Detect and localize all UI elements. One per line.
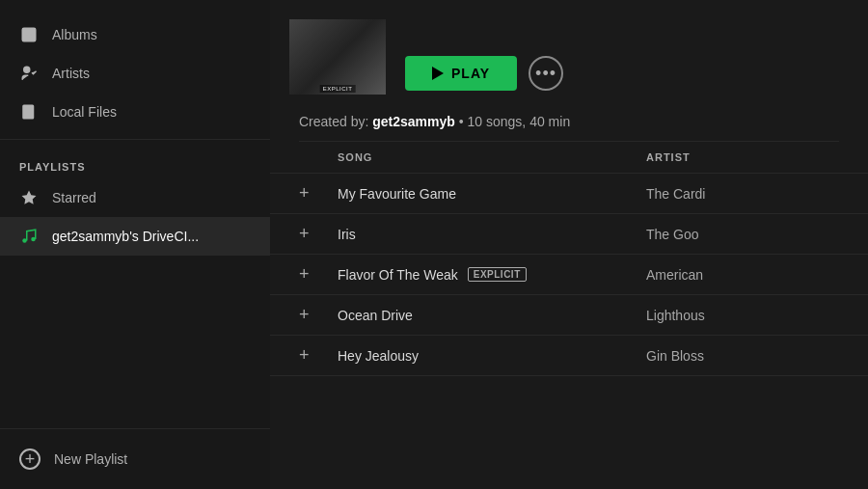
sidebar-item-albums[interactable]: Albums (0, 15, 270, 54)
explicit-badge: EXPLICIT (468, 267, 527, 282)
new-playlist-label: New Playlist (54, 451, 127, 467)
sidebar-item-starred[interactable]: Starred (0, 178, 270, 217)
svg-marker-8 (22, 191, 37, 204)
playlists-section-label: PLAYLISTS (0, 148, 270, 178)
play-button[interactable]: PLAY (405, 56, 517, 91)
song-list-header: SONG ARTIST (270, 142, 868, 174)
song-title-text: Flavor Of The Weak (338, 267, 458, 283)
table-row[interactable]: +Hey JealousyGin Bloss (270, 336, 868, 376)
meta-prefix: Created by: (299, 114, 368, 129)
note-icon (19, 227, 39, 246)
sidebar-item-label: Starred (52, 190, 96, 205)
song-title-text: My Favourite Game (338, 186, 456, 202)
sidebar-item-label: Artists (52, 66, 90, 81)
song-artist: The Goo (646, 227, 839, 242)
song-artist: Gin Bloss (646, 348, 839, 364)
sidebar-bottom: + New Playlist (0, 428, 270, 489)
song-title: Hey Jealousy (338, 348, 646, 364)
add-song-button[interactable]: + (299, 183, 338, 204)
album-header: PLAY ••• (270, 0, 868, 110)
song-list: +My Favourite GameThe Cardi+IrisThe Goo+… (270, 174, 868, 376)
song-title: Ocean Drive (338, 308, 646, 323)
sidebar-divider (0, 139, 270, 140)
plus-circle-icon: + (19, 448, 41, 470)
sidebar-item-local-files[interactable]: Local Files (0, 93, 270, 131)
song-title: My Favourite Game (338, 186, 646, 202)
more-options-button[interactable]: ••• (529, 56, 563, 91)
sidebar-item-get2sammyb[interactable]: get2sammyb's DriveCI... (0, 217, 270, 256)
sidebar-item-artists[interactable]: Artists (0, 54, 270, 93)
artist-icon (19, 64, 39, 83)
sidebar-item-label: Local Files (52, 104, 117, 120)
song-title: Iris (338, 227, 646, 242)
add-song-button[interactable]: + (299, 224, 338, 244)
table-row[interactable]: +My Favourite GameThe Cardi (270, 174, 868, 214)
table-row[interactable]: +Flavor Of The WeakEXPLICITAmerican (270, 255, 868, 295)
svg-point-10 (31, 237, 36, 242)
song-title-text: Hey Jealousy (338, 348, 419, 364)
header-song-col: SONG (338, 151, 646, 163)
header-controls: PLAY ••• (405, 56, 563, 91)
song-title-text: Ocean Drive (338, 308, 413, 323)
meta-details: • 10 songs, 40 min (459, 114, 570, 129)
add-song-button[interactable]: + (299, 345, 338, 366)
add-song-button[interactable]: + (299, 305, 338, 325)
album-art (289, 19, 386, 95)
local-files-icon (19, 102, 39, 122)
song-artist: The Cardi (646, 186, 839, 202)
sidebar: Albums Artists Local File (0, 0, 270, 489)
main-content: PLAY ••• Created by: get2sammyb • 10 son… (270, 0, 868, 489)
svg-point-3 (24, 67, 30, 72)
play-button-label: PLAY (451, 66, 490, 81)
album-icon (19, 25, 39, 44)
meta-creator: get2sammyb (372, 114, 455, 129)
sidebar-item-label: get2sammyb's DriveCI... (52, 229, 199, 244)
header-add-col (299, 151, 338, 163)
song-title-text: Iris (338, 227, 356, 242)
new-playlist-button[interactable]: + New Playlist (0, 439, 270, 479)
playlist-meta: Created by: get2sammyb • 10 songs, 40 mi… (270, 110, 868, 141)
song-artist: Lighthous (646, 308, 839, 323)
album-art-image (289, 19, 386, 95)
song-title: Flavor Of The WeakEXPLICIT (338, 267, 646, 283)
sidebar-nav: Albums Artists Local File (0, 0, 270, 263)
svg-point-9 (22, 238, 27, 243)
table-row[interactable]: +Ocean DriveLighthous (270, 295, 868, 336)
song-artist: American (646, 267, 839, 283)
add-song-button[interactable]: + (299, 264, 338, 285)
header-artist-col: ARTIST (646, 151, 839, 163)
star-icon (19, 188, 39, 207)
sidebar-item-label: Albums (52, 27, 97, 42)
play-triangle-icon (432, 67, 444, 80)
more-icon: ••• (535, 64, 556, 84)
table-row[interactable]: +IrisThe Goo (270, 214, 868, 255)
